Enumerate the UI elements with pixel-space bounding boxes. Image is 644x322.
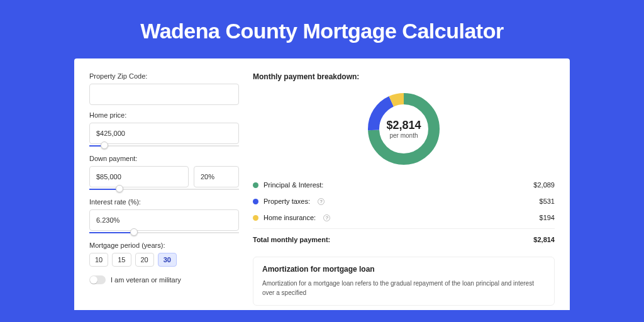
- legend-label: Property taxes:: [264, 197, 310, 205]
- legend-label: Home insurance:: [264, 214, 316, 221]
- slider-track: [89, 232, 239, 233]
- down-payment-slider[interactable]: [89, 187, 239, 192]
- interest-rate-input[interactable]: [89, 209, 239, 231]
- zip-input[interactable]: [89, 84, 239, 105]
- period-option-10[interactable]: 10: [89, 253, 108, 267]
- home-price-slider[interactable]: [89, 143, 239, 148]
- amortization-card: Amortization for mortgage loan Amortizat…: [253, 257, 555, 306]
- interest-rate-label: Interest rate (%):: [89, 198, 239, 206]
- down-payment-label: Down payment:: [89, 155, 239, 162]
- donut-chart: $2,814 per month: [365, 90, 443, 168]
- down-payment-input[interactable]: [89, 166, 189, 187]
- mortgage-period-options: 10 15 20 30: [89, 253, 239, 267]
- help-icon[interactable]: ?: [318, 198, 325, 205]
- interest-rate-slider[interactable]: [89, 230, 239, 235]
- zip-label: Property Zip Code:: [89, 72, 239, 80]
- dot-icon: [253, 182, 258, 188]
- breakdown-column: Monthly payment breakdown: $2,814 per mo…: [253, 72, 555, 310]
- period-option-30[interactable]: 30: [158, 253, 177, 267]
- legend-principal: Principal & Interest: $2,089: [253, 177, 555, 193]
- down-payment-pct-input[interactable]: [194, 166, 239, 187]
- veteran-label: I am veteran or military: [111, 276, 181, 284]
- zip-field: Property Zip Code:: [89, 72, 239, 105]
- veteran-toggle[interactable]: [89, 275, 106, 284]
- amortization-text: Amortization for a mortgage loan refers …: [262, 279, 545, 297]
- dot-icon: [253, 215, 258, 221]
- help-icon[interactable]: ?: [323, 214, 330, 221]
- donut-chart-wrap: $2,814 per month: [253, 87, 555, 177]
- inputs-column: Property Zip Code: Home price: Down paym…: [89, 72, 239, 310]
- breakdown-title: Monthly payment breakdown:: [253, 72, 555, 81]
- calculator-card: Property Zip Code: Home price: Down paym…: [74, 58, 570, 310]
- slider-track: [89, 145, 239, 147]
- slider-thumb[interactable]: [101, 142, 108, 149]
- donut-amount: $2,814: [386, 119, 421, 132]
- amortization-title: Amortization for mortgage loan: [262, 265, 545, 274]
- legend-value: $2,089: [533, 181, 555, 189]
- slider-track: [89, 189, 239, 190]
- slider-thumb[interactable]: [116, 185, 123, 192]
- legend-total: Total monthly payment: $2,814: [253, 231, 555, 248]
- period-option-20[interactable]: 20: [135, 253, 154, 267]
- period-option-15[interactable]: 15: [112, 253, 131, 267]
- legend-insurance: Home insurance: ? $194: [253, 209, 555, 226]
- slider-thumb[interactable]: [130, 228, 138, 236]
- home-price-input[interactable]: [89, 123, 239, 144]
- mortgage-period-label: Mortgage period (years):: [89, 242, 239, 249]
- donut-sub: per month: [389, 132, 418, 139]
- mortgage-period-field: Mortgage period (years): 10 15 20 30: [89, 242, 239, 267]
- total-label: Total monthly payment:: [253, 236, 330, 243]
- legend-taxes: Property taxes: ? $531: [253, 193, 555, 209]
- legend-value: $194: [540, 214, 555, 221]
- divider: [253, 228, 555, 229]
- home-price-label: Home price:: [89, 111, 239, 119]
- page-title: Wadena County Mortgage Calculator: [0, 0, 644, 58]
- down-payment-field: Down payment:: [89, 155, 239, 192]
- interest-rate-field: Interest rate (%):: [89, 198, 239, 235]
- dot-icon: [253, 199, 258, 204]
- donut-center: $2,814 per month: [365, 90, 443, 168]
- veteran-row: I am veteran or military: [89, 275, 239, 284]
- legend-label: Principal & Interest:: [264, 181, 323, 189]
- legend-value: $531: [540, 197, 555, 205]
- home-price-field: Home price:: [89, 111, 239, 148]
- total-value: $2,814: [533, 236, 555, 243]
